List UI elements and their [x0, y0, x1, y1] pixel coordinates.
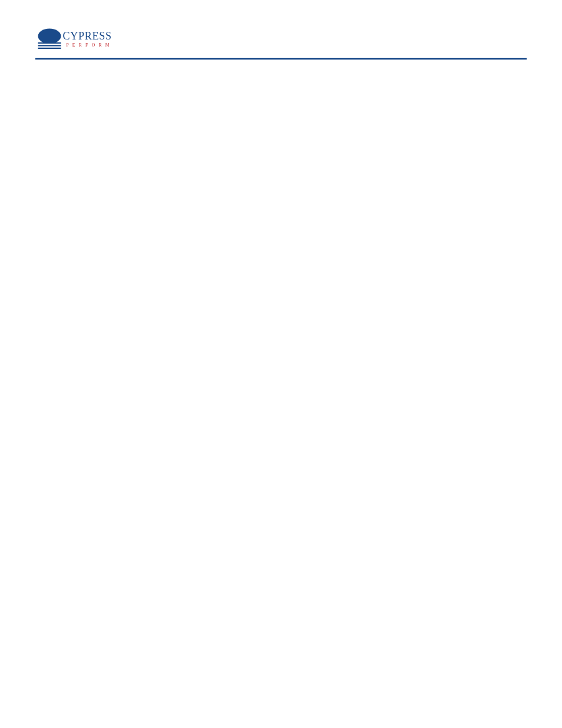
- svg-rect-3: [38, 48, 61, 49]
- svg-text:P E R F O R M: P E R F O R M: [67, 42, 111, 48]
- brand-logo: CYPRESS P E R F O R M: [35, 24, 124, 57]
- test-conditions-columns: [35, 76, 527, 164]
- col-3v3: [35, 76, 269, 164]
- cypress-logo-icon: CYPRESS P E R F O R M: [35, 24, 124, 57]
- svg-point-0: [38, 29, 61, 44]
- col-2v5: [293, 76, 527, 164]
- figure7-circuit: [35, 82, 269, 153]
- svg-text:CYPRESS: CYPRESS: [63, 30, 112, 42]
- svg-rect-2: [38, 45, 61, 46]
- figure8-circuit: [293, 82, 527, 153]
- page-header: CYPRESS P E R F O R M: [35, 24, 527, 60]
- svg-rect-1: [38, 42, 61, 44]
